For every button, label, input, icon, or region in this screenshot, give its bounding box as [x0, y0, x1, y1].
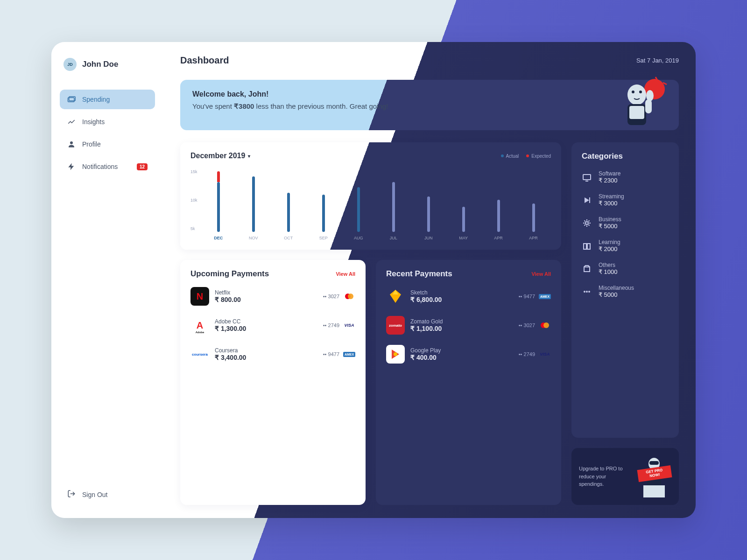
legend-expected: Expected — [526, 154, 551, 159]
user-block[interactable]: JD John Doe — [60, 55, 155, 74]
payment-item[interactable]: zomato Zomato Gold ₹ 1,100.00 •• 3027 — [386, 316, 551, 335]
category-name: Streaming — [599, 193, 624, 200]
sidebar-item-insights[interactable]: Insights — [60, 112, 155, 132]
chart-bar[interactable]: SEP — [308, 195, 339, 240]
category-item[interactable]: Software ₹ 2300 — [582, 170, 669, 184]
payment-amount: ₹ 800.00 — [215, 296, 317, 303]
amex-icon: AMEX — [343, 350, 355, 358]
chart-body: 15k 10k 5k DECNOVOCTSEPAUGJULJUNMAYAPRAP… — [190, 166, 551, 240]
category-item[interactable]: Streaming ₹ 3000 — [582, 193, 669, 207]
chart-bar[interactable]: JUL — [378, 182, 409, 240]
payment-name: Netflix — [215, 289, 317, 296]
mastercard-icon — [343, 293, 355, 300]
payment-amount: ₹ 1,300.00 — [215, 325, 317, 332]
chart-bar[interactable]: APR — [518, 203, 549, 240]
category-item[interactable]: Others ₹ 1000 — [582, 262, 669, 275]
svg-rect-16 — [583, 175, 591, 180]
app-window: JD John Doe Spending Insights Profile No… — [51, 42, 696, 518]
sidebar-item-spending[interactable]: Spending — [60, 90, 155, 109]
promo-card[interactable]: Upgrade to PRO to reduce your spendings.… — [571, 448, 679, 505]
category-name: Others — [599, 262, 618, 268]
chart-bar[interactable]: MAY — [448, 207, 479, 240]
chart-bar[interactable]: AUG — [343, 187, 374, 240]
upcoming-payments-card: Upcoming Payments View All N Netflix ₹ 8… — [180, 260, 366, 505]
category-icon — [582, 218, 592, 228]
sidebar-item-label: Insights — [82, 118, 105, 126]
cards-icon — [67, 95, 76, 104]
welcome-banner: Welcome back, John! You've spent ₹3800 l… — [180, 80, 679, 130]
sidebar-item-profile[interactable]: Profile — [60, 134, 155, 154]
payment-amount: ₹ 400.00 — [410, 354, 513, 361]
payment-name: Sketch — [410, 289, 513, 296]
category-icon — [582, 264, 592, 274]
category-item[interactable]: Miscellaneous ₹ 5000 — [582, 285, 669, 298]
app-icon — [386, 345, 405, 364]
payment-item[interactable]: Google Play ₹ 400.00 •• 2749 VISA — [386, 345, 551, 364]
payment-card-info: •• 9477 AMEX — [323, 350, 355, 358]
welcome-message: You've spent ₹3800 less than the previou… — [192, 102, 667, 111]
category-amount: ₹ 5000 — [599, 223, 621, 230]
chart-title-dropdown[interactable]: December 2019 ▾ — [190, 152, 250, 160]
svg-point-15 — [394, 352, 397, 356]
page-header: Dashboard Sat 7 Jan, 2019 — [180, 55, 679, 66]
chart-legend: Actual Expected — [501, 154, 551, 159]
category-icon — [582, 195, 592, 205]
svg-rect-17 — [589, 197, 590, 203]
spending-chart-card: December 2019 ▾ Actual Expected 15k 10k … — [180, 142, 561, 250]
category-item[interactable]: Business ₹ 5000 — [582, 216, 669, 230]
app-icon: coursera — [190, 345, 209, 364]
svg-point-21 — [588, 291, 590, 293]
category-amount: ₹ 5000 — [599, 291, 634, 298]
nav: Spending Insights Profile Notifications … — [60, 90, 155, 176]
left-column: December 2019 ▾ Actual Expected 15k 10k … — [180, 142, 561, 505]
chart-bar[interactable]: OCT — [273, 193, 304, 240]
svg-point-14 — [543, 322, 549, 328]
signout-icon — [67, 490, 76, 499]
category-name: Business — [599, 216, 621, 223]
payment-card-info: •• 3027 — [323, 293, 355, 300]
svg-rect-25 — [643, 485, 665, 497]
sign-out-button[interactable]: Sign Out — [60, 484, 155, 505]
svg-point-4 — [627, 84, 646, 105]
visa-icon: VISA — [343, 322, 355, 329]
payment-card-info: •• 2749 VISA — [519, 350, 551, 358]
app-icon: AAdobe — [190, 316, 209, 335]
trend-icon — [67, 118, 76, 126]
recent-view-all-link[interactable]: View All — [531, 271, 551, 277]
category-name: Learning — [599, 239, 620, 245]
notification-badge: 12 — [137, 163, 148, 170]
promo-illustration: GET PRO NOW! — [637, 455, 671, 497]
payment-name: Adobe CC — [215, 318, 317, 325]
sidebar-item-notifications[interactable]: Notifications 12 — [60, 157, 155, 176]
chart-bar[interactable]: DEC — [203, 182, 234, 240]
promo-text: Upgrade to PRO to reduce your spendings. — [579, 465, 632, 488]
upcoming-list: N Netflix ₹ 800.00 •• 3027 AAdobe Adobe … — [190, 287, 355, 364]
payment-amount: ₹ 6,800.00 — [410, 296, 513, 303]
chart-bar[interactable]: JUN — [413, 196, 444, 240]
svg-point-20 — [586, 291, 588, 293]
category-name: Miscellaneous — [599, 285, 634, 291]
thumbs-up-illustration — [609, 71, 669, 132]
payments-row: Upcoming Payments View All N Netflix ₹ 8… — [180, 260, 561, 505]
upcoming-view-all-link[interactable]: View All — [336, 271, 355, 277]
payment-card-info: •• 2749 VISA — [323, 322, 355, 329]
svg-point-2 — [70, 141, 73, 144]
payment-name: Google Play — [410, 347, 513, 354]
category-item[interactable]: Learning ₹ 2000 — [582, 239, 669, 252]
payment-item[interactable]: N Netflix ₹ 800.00 •• 3027 — [190, 287, 355, 306]
payment-item[interactable]: coursera Coursera ₹ 3,400.00 •• 9477 AME… — [190, 345, 355, 364]
svg-rect-9 — [645, 99, 652, 113]
amex-icon: AMEX — [539, 293, 551, 300]
chart-bar[interactable]: APR — [483, 200, 514, 240]
sidebar-item-label: Spending — [82, 96, 110, 103]
recent-list: Sketch ₹ 6,800.00 •• 9477 AMEX zomato Zo… — [386, 287, 551, 364]
svg-rect-6 — [629, 106, 644, 119]
svg-point-19 — [584, 291, 585, 293]
payment-item[interactable]: AAdobe Adobe CC ₹ 1,300.00 •• 2749 VISA — [190, 316, 355, 335]
payment-name: Coursera — [215, 347, 317, 354]
payment-item[interactable]: Sketch ₹ 6,800.00 •• 9477 AMEX — [386, 287, 551, 306]
chart-yaxis: 15k 10k 5k — [190, 166, 201, 240]
recent-payments-card: Recent Payments View All Sketch ₹ 6,800.… — [376, 260, 561, 505]
sidebar: JD John Doe Spending Insights Profile No… — [51, 42, 163, 518]
chart-bar[interactable]: NOV — [238, 176, 269, 240]
